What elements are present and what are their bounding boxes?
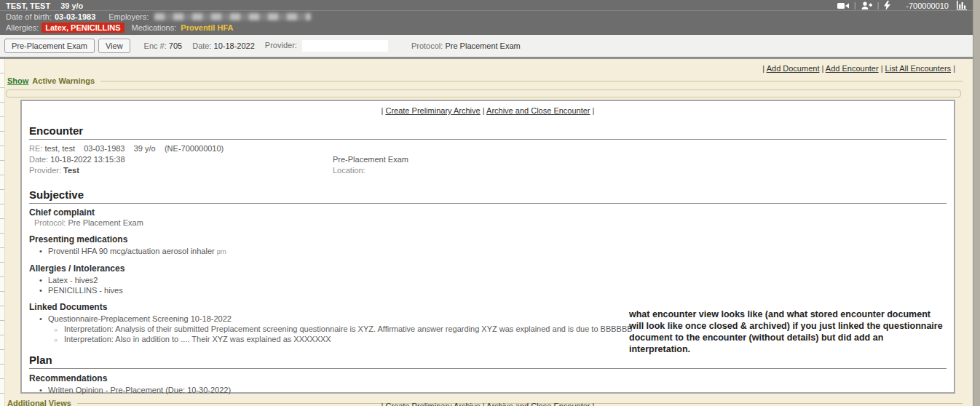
- lightning-icon[interactable]: [884, 1, 890, 10]
- pre-placement-exam-button[interactable]: Pre-Placement Exam: [4, 39, 95, 53]
- archive-and-close-link[interactable]: Archive and Close Encounter: [486, 402, 590, 406]
- add-person-icon[interactable]: [861, 1, 872, 10]
- encounter-provider-row: Provider: Test Location:: [29, 165, 947, 176]
- re-dob: 03-03-1983: [84, 144, 125, 153]
- cc-protocol-label: Protocol:: [34, 218, 66, 227]
- allergy-item: Latex - hives2: [29, 275, 947, 285]
- enc-date-field: Date: 10-18-2022: [192, 41, 255, 50]
- dob-label: Date of birth:: [6, 12, 52, 21]
- create-preliminary-archive-link[interactable]: Create Preliminary Archive: [385, 106, 480, 115]
- show-warnings-link[interactable]: Show: [7, 76, 28, 85]
- dob-value: 03-03-1983: [55, 12, 95, 21]
- encounter-location-label: Location:: [333, 165, 365, 176]
- re-name: test, test: [44, 144, 75, 153]
- encounter-section-heading: Encounter: [29, 124, 947, 137]
- active-warnings-header: Show Active Warnings: [7, 75, 963, 87]
- medication-text: Proventil HFA 90 mcg/actuation aerosol i…: [48, 247, 215, 255]
- patient-banner-alerts-row: Allergies: Latex, PENICILLINS Medication…: [0, 22, 973, 33]
- list-all-encounters-link[interactable]: List All Encounters: [885, 64, 952, 73]
- patient-id: -700000010: [906, 1, 949, 10]
- chief-complaint-heading: Chief complaint: [29, 207, 947, 218]
- encounter-exam-type: Pre-Placement Exam: [333, 154, 408, 165]
- view-button[interactable]: View: [98, 39, 130, 53]
- presenting-medications-heading: Presenting medications: [29, 234, 947, 244]
- warnings-divider-line: [100, 81, 963, 81]
- recommendation-item: Written Opinion - Pre-Placement (Due: 10…: [29, 385, 947, 395]
- archive-and-close-link[interactable]: Archive and Close Encounter: [486, 106, 590, 115]
- re-age: 39 y/o: [134, 144, 156, 153]
- encounter-provider-value: Test: [63, 166, 79, 175]
- allergies-heading: Allergies / Intolerances: [29, 263, 947, 274]
- encounter-re-line: RE: test, test 03-03-1983 39 y/o (NE-700…: [29, 143, 947, 154]
- medications-value: Proventil HFA: [181, 23, 233, 32]
- archive-links-top: | Create Preliminary Archive | Archive a…: [29, 104, 947, 117]
- encounter-date-label: Date:: [29, 155, 48, 164]
- section-rule: [29, 368, 947, 369]
- medication-prn: prn: [217, 248, 226, 255]
- patient-name: TEST, TEST: [6, 1, 50, 10]
- enc-label: Enc #:: [144, 41, 167, 50]
- patient-banner-demographics-row: Date of birth: 03-03-1983 Employers:: [0, 11, 973, 22]
- protocol-value: Pre Placement Exam: [445, 41, 520, 50]
- encounter-action-links: | Add Document | Add Encounter | List Al…: [0, 59, 973, 73]
- protocol-field: Protocol: Pre Placement Exam: [411, 41, 521, 50]
- left-splitter: [0, 59, 5, 406]
- recommendations-heading: Recommendations: [29, 373, 947, 383]
- enc-value: 705: [169, 41, 182, 50]
- re-id: (NE-700000010): [165, 144, 224, 153]
- patient-banner: TEST, TEST 39 y/o | | -700000010: [0, 0, 973, 35]
- chart-icon[interactable]: [957, 1, 967, 10]
- re-label: RE:: [29, 144, 42, 153]
- icon-separator: |: [877, 1, 880, 9]
- add-encounter-link[interactable]: Add Encounter: [826, 64, 879, 73]
- recommendations-list: Written Opinion - Pre-Placement (Due: 10…: [29, 385, 947, 395]
- active-warnings-collapsed-panel: [6, 89, 961, 97]
- allergies-badge: Latex, PENICILLINS: [42, 23, 124, 33]
- allergies-list: Latex - hives2 PENICILLINS - hives: [29, 275, 947, 295]
- provider-redacted: [302, 40, 388, 52]
- archive-links-bottom: | Create Preliminary Archive | Archive a…: [29, 399, 947, 406]
- medications-label: Medications:: [132, 23, 177, 32]
- employers-redacted: [154, 13, 311, 20]
- create-preliminary-archive-link[interactable]: Create Preliminary Archive: [385, 402, 480, 406]
- protocol-label: Protocol:: [411, 41, 443, 50]
- allergy-item: PENICILLINS - hives: [29, 285, 947, 295]
- provider-field: Provider:: [265, 40, 388, 52]
- enc-number-field: Enc #: 705: [144, 41, 183, 50]
- encounter-toolbar: Pre-Placement Exam View Enc #: 705 Date:…: [0, 35, 973, 59]
- employers-label: Employers:: [108, 12, 149, 21]
- section-rule: [29, 139, 947, 140]
- encounter-screen: TEST, TEST 39 y/o | | -700000010: [0, 0, 980, 406]
- cc-protocol-value: Pre Placement Exam: [68, 218, 143, 227]
- provider-label: Provider:: [265, 41, 297, 49]
- presenting-medications-list: Proventil HFA 90 mcg/actuation aerosol i…: [29, 246, 947, 257]
- main-content: | Add Document | Add Encounter | List Al…: [0, 59, 973, 406]
- window-edge-scrollbar[interactable]: [973, 0, 980, 406]
- enc-date-label: Date:: [192, 41, 211, 50]
- patient-banner-title-row: TEST, TEST 39 y/o | | -700000010: [0, 0, 973, 11]
- encounter-provider-label: Provider:: [29, 166, 61, 175]
- reviewer-annotation-note: what encounter view looks like (and what…: [629, 309, 945, 355]
- enc-date-value: 10-18-2022: [214, 41, 255, 50]
- active-warnings-title: Active Warnings: [32, 76, 95, 85]
- allergies-label: Allergies:: [6, 23, 39, 32]
- medication-item: Proventil HFA 90 mcg/actuation aerosol i…: [29, 246, 947, 257]
- encounter-panel: | Create Preliminary Archive | Archive a…: [20, 100, 955, 394]
- video-camera-icon[interactable]: [837, 2, 849, 9]
- icon-separator: |: [854, 1, 856, 9]
- encounter-date-value: 10-18-2022 13:15:38: [50, 155, 125, 164]
- section-rule: [29, 203, 947, 204]
- patient-age: 39 y/o: [60, 1, 83, 10]
- chief-complaint-protocol: Protocol: Pre Placement Exam: [34, 218, 947, 228]
- plan-section-heading: Plan: [29, 354, 947, 366]
- add-document-link[interactable]: Add Document: [767, 64, 820, 73]
- subjective-section-heading: Subjective: [29, 188, 947, 201]
- encounter-date-row: Date: 10-18-2022 13:15:38 Pre-Placement …: [29, 154, 947, 165]
